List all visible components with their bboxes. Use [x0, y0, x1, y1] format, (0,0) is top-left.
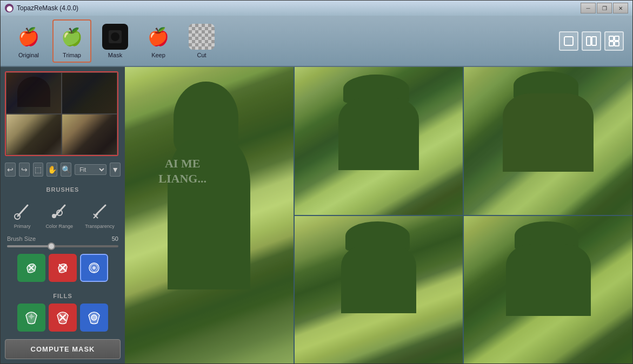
primary-brush-label: Primary [14, 224, 31, 229]
title-bar: ⬤ TopazReMask (4.0.0) ─ ❐ ✕ [1, 1, 632, 16]
quad-view-btn[interactable] [604, 31, 624, 51]
primary-brush-icon [11, 199, 34, 222]
svg-point-1 [111, 32, 119, 41]
toolbar-mask-btn[interactable]: Mask [96, 19, 135, 63]
image-grid: AI ME LIANG... [125, 67, 632, 363]
undo-btn[interactable]: ↩ [5, 163, 16, 177]
toolbar-cut-btn[interactable]: Cut [182, 19, 221, 63]
zoom-dropdown-btn[interactable]: ▼ [110, 163, 121, 177]
svg-line-14 [96, 205, 105, 215]
svg-rect-5 [609, 36, 614, 41]
trimap-icon: 🍏 [59, 24, 85, 50]
pan-btn[interactable]: ✋ [46, 163, 57, 177]
original-icon: 🍎 [16, 24, 42, 50]
zoom-select[interactable]: Fit 25% 50% 100% [75, 164, 106, 175]
thumb-cell-2 [62, 72, 117, 114]
zoom-btn[interactable]: 🔍 [61, 163, 71, 177]
watermark: AI ME LIANG... [158, 156, 206, 187]
thumb-cell-1 [6, 72, 62, 114]
toolbar: 🍎 Original 🍏 Trimap Mask 🍎 Keep Cut [1, 16, 632, 67]
tool-buttons [5, 254, 121, 282]
svg-rect-8 [615, 42, 619, 46]
svg-rect-4 [592, 37, 596, 45]
thumbnail-grid [6, 72, 117, 155]
app-icon: ⬤ [5, 4, 14, 12]
transparency-brush-label: Transparency [85, 224, 115, 229]
brushes-section: Primary Color Range [5, 197, 121, 231]
main-area: ↩ ↪ ⬚ ✋ 🔍 Fit 25% 50% 100% ▼ BRUSHES [1, 67, 632, 363]
compute-mask-btn[interactable]: COMPUTE MASK [5, 339, 121, 359]
slider-thumb[interactable] [48, 242, 55, 250]
main-photo: AI ME LIANG... [125, 67, 294, 363]
photo-top-mid [295, 67, 463, 215]
mask-label: Mask [108, 52, 122, 58]
cut-brush-btn[interactable] [49, 254, 77, 282]
cut-icon [189, 24, 215, 50]
transparency-brush-icon [89, 199, 111, 222]
svg-point-23 [91, 315, 97, 320]
brush-size-value: 50 [112, 235, 118, 242]
brush-size-row: Brush Size 50 [5, 235, 121, 242]
app-window: ⬤ TopazReMask (4.0.0) ─ ❐ ✕ 🍎 Original 🍏… [0, 0, 633, 364]
svg-rect-2 [564, 37, 573, 45]
canvas-area: AI ME LIANG... [125, 67, 632, 363]
svg-point-20 [92, 266, 96, 269]
brushes-label: BRUSHES [5, 186, 121, 193]
compute-brush-btn[interactable] [80, 254, 108, 282]
photo-bottom-mid [295, 216, 463, 364]
close-button[interactable]: ✕ [613, 3, 628, 14]
svg-rect-3 [587, 37, 591, 45]
toolbar-keep-btn[interactable]: 🍎 Keep [139, 19, 178, 63]
mask-icon [102, 24, 128, 50]
compute-fill-btn[interactable] [80, 304, 108, 332]
color-range-brush-icon [48, 199, 71, 222]
keep-brush-btn[interactable] [17, 254, 45, 282]
window-title: TopazReMask (4.0.0) [17, 4, 78, 12]
thumbnail-panel [5, 71, 118, 156]
cut-fill-btn[interactable] [49, 304, 77, 332]
keep-icon: 🍎 [145, 24, 171, 50]
view-controls [559, 31, 624, 51]
svg-point-13 [52, 214, 56, 218]
restore-button[interactable]: ❐ [597, 3, 612, 14]
toolbar-original-btn[interactable]: 🍎 Original [9, 19, 48, 63]
keep-label: Keep [151, 52, 165, 58]
photo-bottom-right [464, 216, 632, 364]
select-btn[interactable]: ⬚ [33, 163, 44, 177]
photo-top-right [464, 67, 632, 215]
color-range-brush-label: Color Range [45, 224, 73, 229]
transparency-brush-item[interactable]: Transparency [83, 197, 117, 231]
brush-size-slider[interactable] [5, 245, 121, 247]
title-bar-left: ⬤ TopazReMask (4.0.0) [5, 4, 78, 12]
cut-label: Cut [197, 52, 206, 58]
fills-label: FILLS [5, 293, 121, 299]
sidebar: ↩ ↪ ⬚ ✋ 🔍 Fit 25% 50% 100% ▼ BRUSHES [1, 67, 125, 363]
svg-rect-7 [609, 42, 614, 46]
svg-rect-6 [615, 36, 619, 41]
original-label: Original [18, 52, 39, 58]
window-controls: ─ ❐ ✕ [581, 3, 628, 14]
double-view-btn[interactable] [582, 31, 601, 51]
toolbar-trimap-btn[interactable]: 🍏 Trimap [52, 19, 91, 63]
single-view-btn[interactable] [559, 31, 578, 51]
minimize-button[interactable]: ─ [581, 3, 596, 14]
keep-fill-btn[interactable] [17, 304, 45, 332]
fills-section [5, 304, 121, 332]
primary-brush-item[interactable]: Primary [9, 197, 36, 231]
thumb-cell-4 [62, 114, 117, 156]
color-range-brush-item[interactable]: Color Range [43, 197, 75, 231]
redo-btn[interactable]: ↪ [19, 163, 30, 177]
sidebar-controls: ↩ ↪ ⬚ ✋ 🔍 Fit 25% 50% 100% ▼ [5, 160, 121, 179]
trimap-label: Trimap [63, 52, 81, 58]
thumb-cell-3 [6, 114, 62, 156]
brush-size-label: Brush Size [7, 235, 36, 242]
